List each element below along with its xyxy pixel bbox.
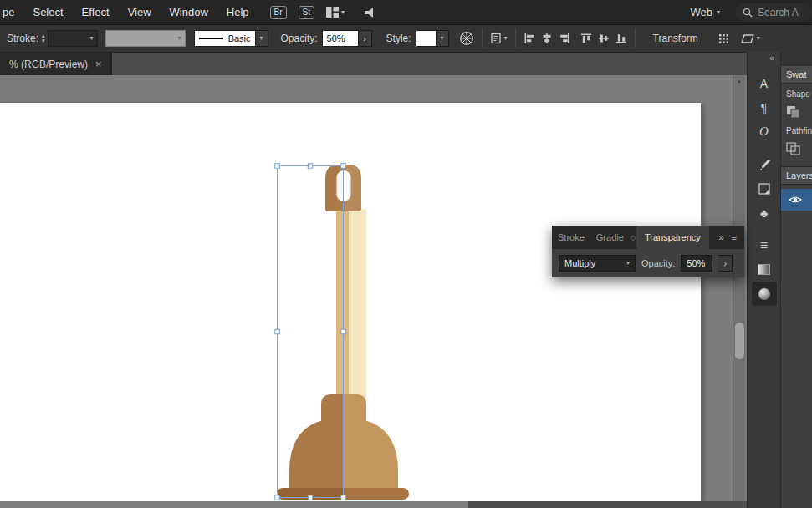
brushes-panel-button[interactable] — [752, 152, 777, 176]
tab-transparency[interactable]: Transparency — [636, 226, 709, 249]
selection-handle-bottom-right[interactable] — [341, 495, 346, 500]
gradient-panel-button[interactable] — [752, 257, 777, 282]
chevron-down-icon: ▾ — [341, 9, 345, 16]
bridge-button[interactable]: Br — [270, 6, 287, 19]
stock-button[interactable]: St — [299, 6, 314, 19]
document-setup-button[interactable]: ▾ — [490, 33, 508, 44]
layers-tab-label: Layers — [786, 170, 812, 180]
scroll-up-icon[interactable]: ▲ — [733, 78, 745, 84]
opacity-options-button[interactable]: › — [359, 30, 372, 47]
recolor-artwork-button[interactable] — [459, 31, 474, 46]
paragraph-icon: ¶ — [761, 101, 768, 114]
horizontal-scrollbar-thumb[interactable] — [0, 501, 468, 508]
menu-effect[interactable]: Effect — [73, 6, 119, 18]
stroke-panel-icon: ≡ — [760, 238, 768, 253]
pathfinders-label: Pathfin — [786, 126, 812, 135]
opacity-label: Opacity: — [281, 33, 318, 44]
stroke-panel-button[interactable]: ≡ — [752, 233, 777, 257]
selection-handle-middle-left[interactable] — [275, 329, 280, 334]
arrow-right-icon: › — [724, 258, 728, 268]
panel-menu-icon[interactable]: ≡ — [732, 232, 737, 242]
graphic-styles-panel-button[interactable] — [752, 176, 777, 201]
control-bar: Stroke: ▴ ▾ ▾ ▾ Basic ▾ Opacity: 50% › S… — [0, 25, 812, 53]
symbols-panel-button[interactable]: ♣ — [752, 201, 777, 225]
canvas-pasteboard[interactable]: ▲ — [0, 75, 747, 508]
horizontal-scrollbar[interactable] — [0, 501, 747, 508]
pathfinder-buttons[interactable] — [786, 140, 812, 158]
tab-swatches[interactable]: Swat — [781, 65, 812, 84]
graphic-style-dropdown[interactable] — [416, 30, 437, 47]
paragraph-panel-button[interactable]: ¶ — [752, 95, 777, 119]
blend-mode-dropdown[interactable]: Multiply ▾ — [559, 255, 636, 272]
layer-visibility-eye-icon[interactable] — [789, 195, 802, 205]
search-input[interactable]: Search A — [735, 3, 812, 21]
brush-definition-chevron[interactable]: ▾ — [256, 30, 268, 47]
align-left-icon[interactable] — [523, 33, 535, 44]
tab-stroke[interactable]: Stroke — [552, 232, 590, 242]
selection-handle-top-center[interactable] — [308, 164, 313, 169]
character-icon: A — [760, 77, 768, 90]
share-button[interactable] — [363, 7, 376, 18]
shear-icon — [741, 33, 754, 44]
variable-width-profile-dropdown: ▾ — [105, 30, 186, 47]
selection-handle-middle-right[interactable] — [341, 329, 346, 334]
selection-handle-top-right[interactable] — [341, 164, 346, 169]
dock-header-spacer — [781, 52, 812, 65]
shape-mode-buttons[interactable] — [786, 103, 812, 121]
chevron-down-icon: ▾ — [504, 35, 508, 42]
panel-icons-column: A ¶ O ♣ — [748, 66, 780, 306]
selection-handle-bottom-left[interactable] — [275, 495, 280, 500]
illustrator-window: pe Select Effect View Window Help Br St … — [0, 0, 812, 508]
tab-layers[interactable]: Layers — [781, 166, 812, 185]
align-right-icon[interactable] — [559, 33, 570, 44]
document-setup-icon — [490, 33, 502, 44]
chevron-down-icon: ▾ — [178, 35, 181, 42]
tab-gradient[interactable]: Gradie — [590, 232, 630, 242]
align-bottom-icon[interactable] — [615, 33, 627, 44]
selection-handle-bottom-center[interactable] — [308, 495, 313, 500]
opacity-field[interactable]: 50% — [322, 30, 359, 47]
arrange-documents-button[interactable]: ▾ — [326, 7, 345, 18]
graphic-style-chevron[interactable]: ▾ — [437, 30, 449, 47]
glyphs-panel-button[interactable]: O — [752, 119, 777, 144]
character-panel-button[interactable]: A — [752, 71, 777, 95]
horizontal-align-group — [523, 33, 570, 44]
panel-opacity-options-button[interactable]: › — [718, 255, 733, 272]
menu-type[interactable]: pe — [0, 6, 23, 18]
stroke-weight-dropdown[interactable]: ▾ — [48, 30, 98, 47]
reference-point-selector[interactable] — [718, 33, 729, 44]
close-icon[interactable]: × — [95, 58, 102, 70]
separator — [482, 29, 483, 48]
menu-window[interactable]: Window — [161, 6, 217, 18]
document-tab[interactable]: % (RGB/Preview) × — [0, 53, 112, 75]
plunger-handle-stick[interactable] — [336, 207, 349, 404]
artboard[interactable] — [0, 103, 701, 502]
layer-row-selected[interactable] — [781, 189, 812, 211]
workspace-switcher[interactable]: Web ▾ — [690, 6, 720, 18]
vertical-align-group — [580, 33, 627, 44]
panel-opacity-value: 50% — [687, 258, 705, 268]
menu-help[interactable]: Help — [217, 6, 258, 18]
vertical-scrollbar-thumb[interactable] — [735, 323, 744, 359]
transform-link[interactable]: Transform — [653, 33, 698, 44]
collapse-panels-button[interactable]: « — [748, 52, 780, 66]
symbols-icon: ♣ — [760, 206, 768, 220]
transparency-panel-button[interactable] — [752, 282, 777, 306]
shear-options-button[interactable]: ▾ — [741, 33, 760, 44]
menu-select[interactable]: Select — [23, 6, 72, 18]
stroke-weight-stepper[interactable]: ▴ ▾ — [42, 33, 45, 43]
docked-panels-column: Swat Shape Pathfin Layers — [780, 52, 812, 508]
vertical-scrollbar[interactable]: ▲ — [733, 75, 745, 501]
panel-collapse-icon[interactable]: » — [718, 232, 723, 242]
panel-header-icons: » ≡ — [718, 232, 744, 242]
menu-view[interactable]: View — [119, 6, 161, 18]
align-horizontal-center-icon[interactable] — [541, 33, 553, 44]
align-top-icon[interactable] — [580, 33, 592, 44]
collapse-icon: « — [769, 53, 774, 63]
plunger-handle-shadow[interactable] — [348, 209, 366, 401]
chevron-down-icon: ▾ — [90, 35, 94, 42]
selection-handle-top-left[interactable] — [275, 164, 280, 169]
panel-opacity-field[interactable]: 50% — [681, 255, 712, 272]
align-vertical-center-icon[interactable] — [598, 33, 610, 44]
brush-definition-dropdown[interactable]: Basic — [194, 30, 256, 47]
